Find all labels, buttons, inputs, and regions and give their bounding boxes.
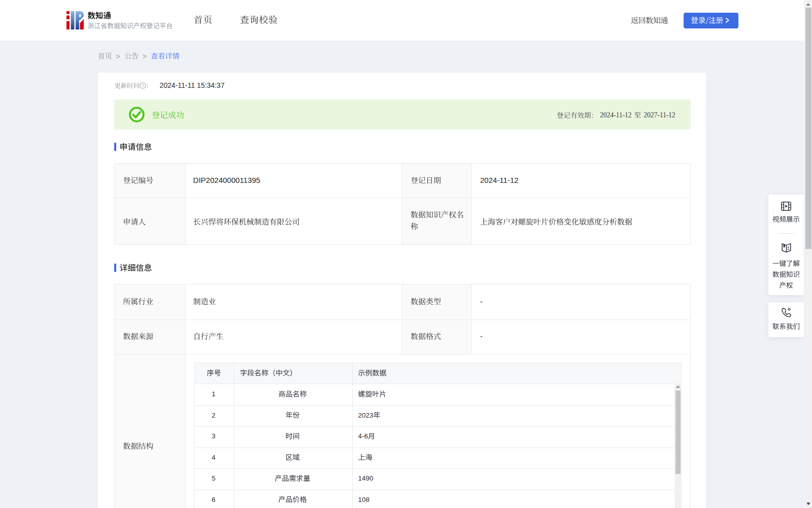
- svg-text:?: ?: [142, 83, 144, 88]
